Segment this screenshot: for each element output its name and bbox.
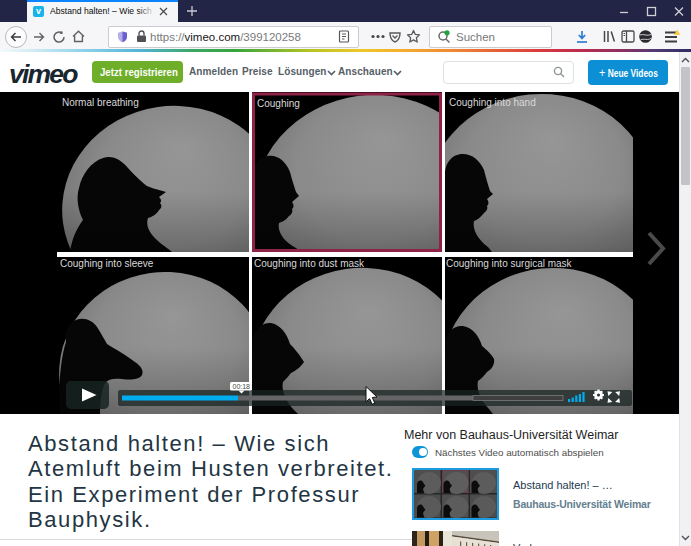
svg-text:Coughing into surgical mask: Coughing into surgical mask bbox=[446, 258, 573, 269]
svg-text:Normal breathing: Normal breathing bbox=[62, 97, 139, 108]
svg-text:Coughing into sleeve: Coughing into sleeve bbox=[60, 258, 154, 269]
svg-text:Coughing: Coughing bbox=[257, 98, 300, 109]
svg-text:Coughing into hand: Coughing into hand bbox=[449, 97, 536, 108]
svg-text:00:18: 00:18 bbox=[233, 383, 251, 390]
svg-text:Coughing into dust mask: Coughing into dust mask bbox=[254, 258, 365, 269]
